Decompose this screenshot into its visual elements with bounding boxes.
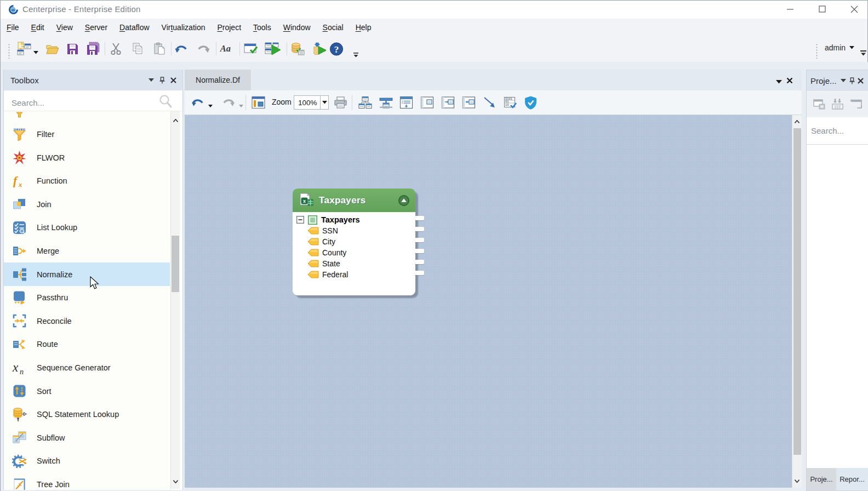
node-collapse-button[interactable]	[398, 195, 410, 207]
user-menu[interactable]: admin	[825, 43, 854, 52]
tab-list-caret-icon[interactable]	[776, 77, 782, 85]
menu-item-tools[interactable]: Tools	[247, 20, 277, 35]
toolbox-item-subflow[interactable]: Subflow	[4, 426, 170, 450]
node-field-row[interactable]: City	[307, 236, 335, 247]
scroll-down-icon[interactable]	[171, 476, 180, 487]
menu-item-edit[interactable]: Edit	[25, 20, 50, 35]
node-output-port[interactable]	[415, 238, 424, 242]
node-field-row[interactable]: State	[307, 258, 340, 269]
toolbox-item-reconcile[interactable]: Reconcile	[4, 310, 170, 333]
scrollbar-thumb[interactable]	[172, 236, 179, 292]
toolbox-item-tree-join[interactable]: Tree Join	[4, 473, 170, 490]
new-window-icon[interactable]	[850, 98, 863, 110]
toolbox-item-passthru[interactable]: Passthru	[4, 286, 170, 310]
expand-node-button[interactable]	[440, 95, 455, 110]
document-tab[interactable]: Normalize.Df	[185, 70, 251, 90]
menu-item-social[interactable]: Social	[317, 20, 350, 35]
toolbox-item-sequence-generator[interactable]: x n Sequence Generator	[4, 356, 170, 380]
database-check-button[interactable]	[290, 42, 305, 56]
node-field-row[interactable]: County	[307, 247, 346, 258]
close-button[interactable]	[842, 1, 866, 18]
validate-shield-button[interactable]	[523, 95, 538, 110]
tree-collapse-box-icon[interactable]	[296, 216, 304, 224]
user-toolbar-overflow-button[interactable]	[860, 49, 867, 58]
minimize-button[interactable]	[778, 1, 802, 18]
project-pin-icon[interactable]	[848, 76, 856, 85]
menu-item-help[interactable]: Help	[350, 20, 378, 35]
node-output-port[interactable]	[415, 260, 424, 264]
toolbox-item-sql-statement-lookup[interactable]: SQL Statement Lookup	[4, 403, 170, 426]
scrollbar-thumb[interactable]	[793, 128, 801, 455]
toolbox-item-switch[interactable]: Switch	[4, 449, 170, 473]
menu-item-window[interactable]: Window	[277, 20, 317, 35]
maximize-button[interactable]	[810, 1, 834, 18]
node-field-row[interactable]: SSN	[307, 225, 338, 236]
font-button[interactable]: Aa	[220, 42, 234, 56]
expand-all-button[interactable]	[398, 95, 414, 110]
zoom-caret-button[interactable]	[320, 95, 329, 110]
close-project-icon[interactable]	[813, 98, 826, 110]
paste-button[interactable]	[152, 42, 167, 56]
zoom-combobox[interactable]: 100%	[294, 95, 320, 110]
project-search[interactable]: Search...	[807, 117, 868, 145]
menu-item-server[interactable]: Server	[79, 20, 113, 35]
scroll-up-icon[interactable]	[792, 116, 802, 127]
copy-button[interactable]	[130, 42, 145, 56]
verify-window-button[interactable]	[244, 42, 258, 56]
toolbox-item-list-lookup[interactable]: List Lookup	[4, 216, 170, 239]
tab-close-icon[interactable]	[786, 77, 793, 85]
toolbox-item-flwor[interactable]: FLWOR	[4, 146, 170, 169]
toolbox-item-partial[interactable]	[4, 111, 170, 123]
node-tree-root[interactable]: Taxpayers	[296, 214, 360, 225]
node-output-port[interactable]	[415, 271, 424, 275]
toolbox-item-route[interactable]: Route	[4, 333, 170, 356]
toolbox-position-caret-icon[interactable]	[146, 76, 156, 84]
menu-item-project[interactable]: Project	[211, 20, 247, 35]
toolbox-item-sort[interactable]: Sort	[4, 379, 170, 403]
new-dataflow-button[interactable]	[17, 42, 31, 56]
deploy-job-button[interactable]	[312, 42, 326, 56]
scroll-up-icon[interactable]	[171, 115, 180, 126]
preview-data-button[interactable]: 0101 01 10	[502, 95, 518, 110]
menu-item-dataflow[interactable]: Dataflow	[113, 20, 155, 35]
tab-project-explorer[interactable]: Proje...	[807, 468, 836, 490]
open-button[interactable]	[45, 42, 59, 56]
doc-undo-button[interactable]	[190, 95, 205, 110]
menu-item-file[interactable]: File	[1, 20, 25, 35]
toolbar-overflow-button[interactable]	[353, 50, 359, 59]
undo-button[interactable]	[174, 42, 189, 56]
toolbox-item-merge[interactable]: Merge	[4, 239, 170, 263]
taxpayers-node-header[interactable]: x Taxpayers	[293, 189, 415, 212]
new-dropdown-caret[interactable]	[33, 47, 38, 56]
collapse-node-button[interactable]	[419, 95, 435, 110]
node-output-port[interactable]	[415, 227, 424, 231]
help-button[interactable]: ?	[329, 42, 344, 56]
node-output-port[interactable]	[415, 216, 424, 220]
toolbox-search[interactable]: Search...	[4, 90, 182, 111]
auto-layout-tree-button[interactable]	[378, 95, 393, 110]
cut-button[interactable]	[108, 42, 123, 56]
get-latest-icon[interactable]	[831, 98, 845, 110]
taxpayers-node[interactable]: x Taxpayers	[293, 189, 415, 295]
draw-link-button[interactable]	[482, 95, 497, 110]
node-field-row[interactable]: Federal	[307, 269, 348, 280]
resize-node-button[interactable]	[461, 95, 476, 110]
menu-item-virtualization[interactable]: Virtualization	[156, 20, 212, 35]
save-button[interactable]	[65, 42, 79, 56]
print-button[interactable]	[333, 95, 348, 110]
tab-report[interactable]: Repor...	[836, 468, 868, 490]
doc-undo-caret[interactable]	[208, 101, 213, 110]
project-close-icon[interactable]	[856, 76, 865, 85]
node-output-port[interactable]	[415, 249, 424, 253]
toolbox-item-join[interactable]: Join	[4, 193, 170, 216]
doc-layout-preview-button[interactable]	[250, 95, 266, 110]
user-toolbar-grip[interactable]	[815, 43, 818, 59]
toolbox-item-filter[interactable]: Filter	[4, 123, 170, 146]
dataflow-canvas[interactable]: x Taxpayers	[185, 115, 802, 488]
toolbox-close-icon[interactable]	[168, 76, 178, 84]
doc-redo-caret[interactable]	[239, 101, 243, 110]
auto-layout-org-button[interactable]	[357, 95, 373, 110]
toolbar-grip[interactable]	[8, 43, 10, 59]
doc-redo-button[interactable]	[221, 95, 236, 110]
toolbox-item-function[interactable]: f x Function	[4, 169, 170, 193]
